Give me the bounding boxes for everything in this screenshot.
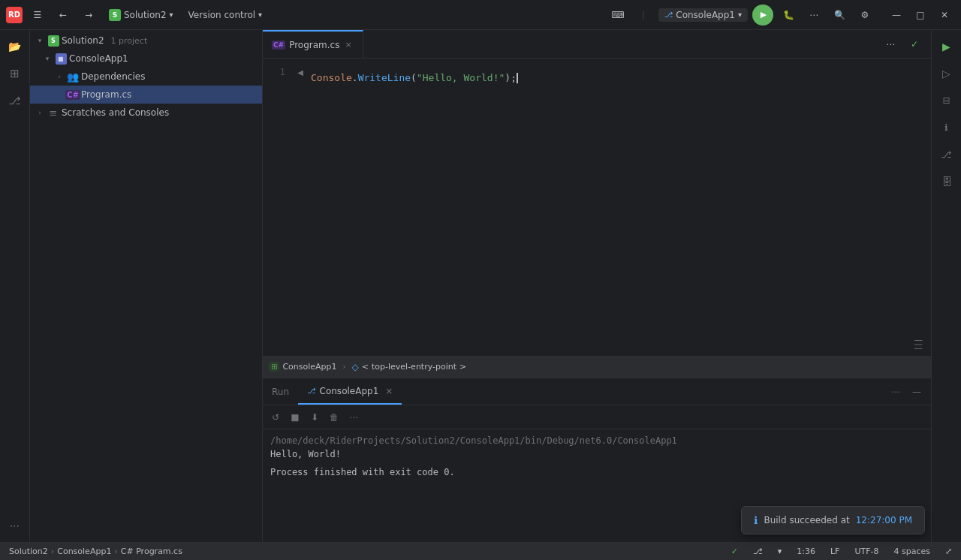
search-icon: 🔍 — [834, 10, 845, 20]
tab-close-btn[interactable]: × — [343, 38, 353, 51]
programcs-arrow — [54, 89, 65, 100]
code-area[interactable]: Console.WriteLine("Hello, World!"); — [308, 65, 518, 92]
editor-checkmark-btn[interactable]: ✓ — [904, 34, 925, 55]
right-vcs-btn[interactable]: ⎇ — [935, 143, 959, 167]
status-position[interactable]: 1:36 — [794, 546, 818, 556]
restart-icon: ↺ — [272, 412, 279, 423]
status-line-ending[interactable]: LF — [827, 546, 842, 556]
scroll-down-btn[interactable]: ⬇ — [306, 409, 323, 426]
minimize-btn[interactable]: — — [886, 5, 907, 26]
close-btn[interactable]: ✕ — [934, 5, 955, 26]
more-icon: ⋯ — [809, 10, 818, 20]
right-run-btn[interactable]: ▶ — [935, 35, 959, 59]
right-run-icon: ▶ — [942, 41, 950, 53]
restart-btn[interactable]: ↺ — [267, 409, 284, 426]
right-console-btn[interactable]: ⊟ — [935, 89, 959, 113]
activity-search-icon: ⊞ — [10, 67, 20, 80]
breadcrumb-file[interactable]: ◇ <top-level-entry-point> — [352, 362, 467, 372]
tab-consoleapp1[interactable]: ⎇ ConsoleApp1 × — [298, 378, 402, 405]
settings-btn[interactable]: ⚙ — [854, 5, 875, 26]
breadcrumb-file-label: < — [362, 362, 369, 372]
search-btn[interactable]: 🔍 — [829, 5, 850, 26]
hamburger-icon: ☰ — [34, 10, 42, 20]
forward-btn[interactable]: → — [78, 5, 99, 26]
bottom-minimize-icon: — — [912, 387, 921, 397]
activity-folder-btn[interactable]: 📂 — [3, 35, 27, 59]
tree-item-scratches[interactable]: › ≡ Scratches and Consoles — [30, 104, 262, 122]
project-expand-arrow: ▾ — [42, 53, 53, 64]
term-more-btn[interactable]: ⋯ — [345, 409, 362, 426]
scratches-label: Scratches and Consoles — [62, 107, 169, 118]
console-tab-close-btn[interactable]: × — [385, 386, 393, 396]
stop-icon: ■ — [291, 412, 299, 423]
right-vcs-icon: ⎇ — [941, 149, 952, 160]
editor-more-btn[interactable]: ⋯ — [880, 34, 901, 55]
right-play-icon: ▷ — [942, 68, 950, 80]
scratches-arrow: › — [35, 107, 45, 118]
tree-item-dependencies[interactable]: › 👥 Dependencies — [30, 68, 262, 86]
fold-arrow[interactable]: ◀ — [293, 65, 308, 80]
right-play-btn[interactable]: ▷ — [935, 62, 959, 86]
bottom-more-btn[interactable]: ⋯ — [887, 384, 904, 400]
bottom-tab-bar: Run ⎇ ConsoleApp1 × ⋯ — — [263, 378, 931, 405]
status-ok-indicator[interactable]: ✓ — [728, 546, 741, 556]
editor-more-icon: ⋯ — [886, 39, 895, 50]
breadcrumb-file-icon: ◇ — [352, 362, 359, 372]
status-bar: Solution2 › ConsoleApp1 › C# Program.cs … — [0, 542, 961, 560]
more-actions-btn[interactable]: ⋯ — [803, 5, 824, 26]
tab-bar: C# Program.cs × ⋯ ✓ — [263, 30, 931, 59]
activity-more-btn[interactable]: ⋯ — [3, 513, 27, 537]
status-vcs-indicator[interactable]: ⎇ — [750, 546, 766, 556]
version-control-label: Version control — [188, 10, 256, 20]
right-info-btn[interactable]: ℹ — [935, 116, 959, 140]
tree-item-solution[interactable]: ▾ S Solution2 1 project — [30, 32, 262, 50]
tree-item-programcs[interactable]: C# Program.cs — [30, 86, 262, 104]
breadcrumb-separator: › — [343, 363, 346, 371]
tab-run[interactable]: Run — [263, 378, 298, 405]
run-icon: ▶ — [761, 10, 767, 20]
status-solution: Solution2 — [9, 546, 48, 556]
right-console-icon: ⊟ — [942, 95, 950, 106]
maximize-btn[interactable]: □ — [910, 5, 931, 26]
tab-programcs[interactable]: C# Program.cs × — [263, 30, 363, 58]
status-indent[interactable]: 4 spaces — [891, 546, 934, 556]
status-arrow-indicator[interactable]: ▾ — [775, 546, 785, 556]
project-tree: ▾ S Solution2 1 project ▾ ▦ ConsoleApp1 … — [30, 30, 262, 542]
stop-btn[interactable]: ■ — [287, 409, 303, 426]
activity-more-icon: ⋯ — [10, 519, 20, 531]
breadcrumb-project-label: ConsoleApp1 — [282, 362, 336, 372]
solution-expand-arrow: ▾ — [35, 35, 45, 46]
activity-vcs-btn[interactable]: ⎇ — [3, 89, 27, 113]
breadcrumb-project[interactable]: ⊞ ConsoleApp1 — [269, 362, 337, 372]
status-breadcrumb[interactable]: Solution2 › ConsoleApp1 › C# Program.cs — [6, 546, 185, 556]
activity-search-btn[interactable]: ⊞ — [3, 62, 27, 86]
run-config-selector[interactable]: ⎇ ConsoleApp1 ▾ — [658, 8, 748, 22]
hamburger-menu-btn[interactable]: ☰ — [27, 5, 48, 26]
status-encoding-label: UTF-8 — [854, 546, 878, 556]
debug-btn[interactable]: 🐛 — [778, 5, 799, 26]
breadcrumb-project-icon: ⊞ — [269, 362, 279, 372]
version-control-btn[interactable]: Version control ▾ — [183, 8, 268, 23]
code-class-name: Console — [311, 71, 352, 86]
toolbar-btn[interactable]: ⌨ — [607, 5, 628, 26]
back-icon: ← — [59, 10, 67, 20]
notification-text: Build succeeded at — [764, 515, 849, 525]
solution-meta: 1 project — [111, 36, 148, 46]
code-method-name: WriteLine — [358, 71, 411, 86]
status-expand[interactable]: ⤢ — [942, 546, 955, 556]
status-encoding[interactable]: UTF-8 — [851, 546, 881, 556]
tree-item-project[interactable]: ▾ ▦ ConsoleApp1 — [30, 50, 262, 68]
terminal-toolbar: ↺ ■ ⬇ 🗑 ⋯ — [263, 405, 931, 429]
solution-icon: S — [109, 9, 121, 21]
back-btn[interactable]: ← — [53, 5, 74, 26]
clear-btn[interactable]: 🗑 — [326, 409, 342, 426]
dependencies-label: Dependencies — [81, 71, 145, 82]
solution-selector[interactable]: S Solution2 ▾ — [104, 7, 179, 23]
version-control-chevron-icon: ▾ — [258, 11, 262, 19]
status-sep2: › — [114, 546, 117, 556]
right-database-btn[interactable]: 🗄 — [935, 170, 959, 194]
window-controls: — □ ✕ — [886, 5, 955, 26]
run-button[interactable]: ▶ — [752, 5, 773, 26]
bottom-minimize-btn[interactable]: — — [908, 384, 925, 400]
editor-content[interactable]: 1 ◀ Console.WriteLine("Hello, World!"); … — [263, 59, 931, 356]
